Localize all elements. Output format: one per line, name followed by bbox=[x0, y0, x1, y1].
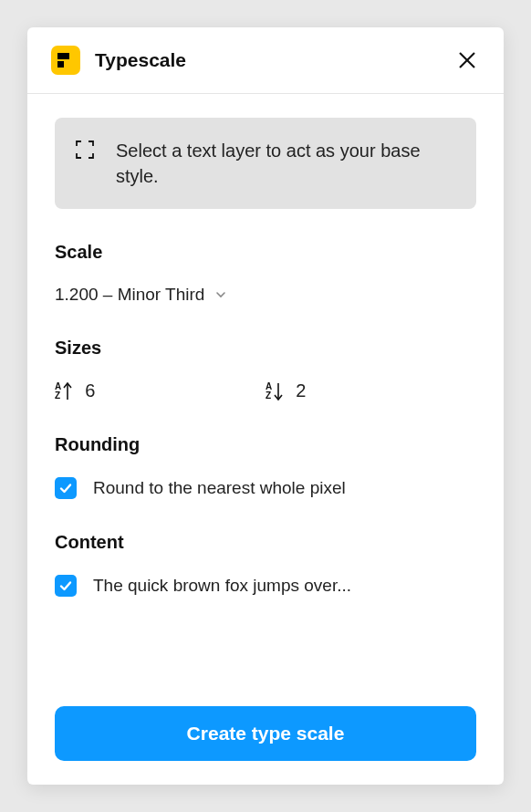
scale-select[interactable]: 1.200 – Minor Third bbox=[55, 285, 476, 305]
rounding-label: Round to the nearest whole pixel bbox=[93, 478, 346, 498]
create-type-scale-button[interactable]: Create type scale bbox=[55, 706, 476, 761]
content-row: The quick brown fox jumps over... bbox=[55, 575, 476, 597]
close-icon bbox=[457, 50, 477, 70]
scale-heading: Scale bbox=[55, 242, 476, 263]
scale-selected-value: 1.200 – Minor Third bbox=[55, 285, 204, 305]
app-logo-icon bbox=[51, 46, 80, 75]
chevron-down-icon bbox=[215, 289, 226, 300]
hint-box: Select a text layer to act as your base … bbox=[55, 118, 476, 209]
rounding-checkbox[interactable] bbox=[55, 477, 77, 499]
panel-header: Typescale bbox=[27, 27, 504, 94]
sizes-down-value: 2 bbox=[296, 380, 306, 401]
sizes-up-icon: AZ bbox=[55, 381, 72, 401]
sizes-down-icon: AZ bbox=[266, 381, 283, 401]
rounding-row: Round to the nearest whole pixel bbox=[55, 477, 476, 499]
typescale-panel: Typescale Select a text layer to act as … bbox=[27, 27, 504, 785]
content-label: The quick brown fox jumps over... bbox=[93, 576, 351, 596]
checkmark-icon bbox=[58, 578, 73, 593]
panel-body: Select a text layer to act as your base … bbox=[27, 94, 504, 785]
hint-text: Select a text layer to act as your base … bbox=[116, 138, 458, 189]
rounding-heading: Rounding bbox=[55, 434, 476, 455]
sizes-up-field[interactable]: AZ 6 bbox=[55, 380, 266, 401]
sizes-up-value: 6 bbox=[85, 380, 95, 401]
checkmark-icon bbox=[58, 481, 73, 495]
content-checkbox[interactable] bbox=[55, 575, 77, 597]
panel-title: Typescale bbox=[95, 49, 454, 71]
sizes-down-field[interactable]: AZ 2 bbox=[266, 380, 476, 401]
sizes-row: AZ 6 AZ 2 bbox=[55, 380, 476, 401]
close-button[interactable] bbox=[454, 47, 480, 73]
sizes-heading: Sizes bbox=[55, 338, 476, 359]
selection-target-icon bbox=[76, 141, 94, 159]
content-heading: Content bbox=[55, 532, 476, 553]
